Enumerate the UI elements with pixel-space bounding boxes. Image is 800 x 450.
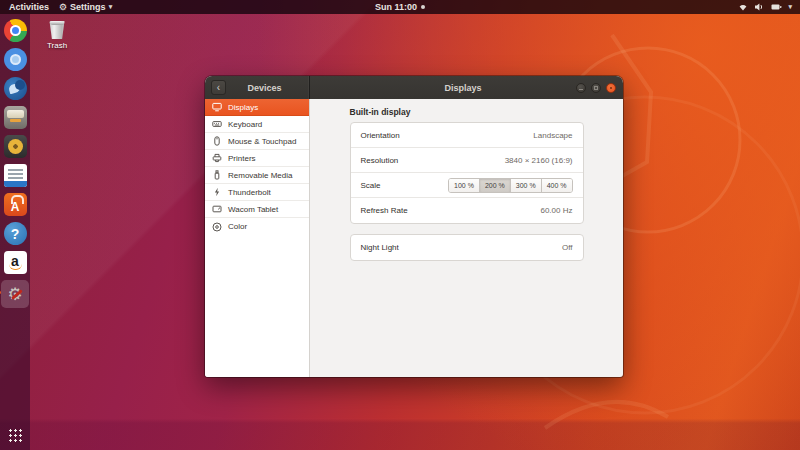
scale-100-button[interactable]: 100 % [449,179,479,192]
sidebar-item-thunderbolt[interactable]: Thunderbolt [205,184,309,201]
trash-desktop-icon[interactable]: Trash [41,21,73,50]
titlebar-devices-section: ‹ Devices [205,76,310,99]
dock-item-chromium[interactable] [4,48,27,71]
color-icon [212,222,222,232]
dock-item-files[interactable] [4,106,27,129]
amazon-icon: a [4,251,27,274]
displays-panel: Built-in display Orientation Landscape R… [310,99,623,377]
running-indicator-dot [0,291,1,294]
scale-button-group: 100 % 200 % 300 % 400 % [448,178,572,193]
settings-sidebar: Displays Keyboard Mouse & Touchpad [205,99,310,377]
orientation-value: Landscape [533,131,572,140]
settings-gear-icon: ⚙ [4,283,27,306]
sidebar-item-label: Removable Media [228,171,292,180]
refresh-rate-value: 60.00 Hz [540,206,572,215]
trash-label: Trash [41,41,73,50]
dock-item-help[interactable]: ? [4,222,27,245]
scale-label: Scale [361,181,381,190]
orientation-row[interactable]: Orientation Landscape [351,123,583,148]
night-light-card: Night Light Off [350,234,584,261]
sidebar-item-label: Printers [228,154,256,163]
display-settings-card: Orientation Landscape Resolution 3840 × … [350,122,584,224]
top-bar: Activities ⚙ Settings ▾ Sun 11:00 ▾ [0,0,800,14]
keyboard-icon [212,119,222,129]
devices-title: Devices [234,83,309,93]
sidebar-item-label: Keyboard [228,120,262,129]
dock-item-chrome[interactable] [4,19,27,42]
sidebar-item-color[interactable]: Color [205,218,309,235]
sidebar-item-mouse-touchpad[interactable]: Mouse & Touchpad [205,133,309,150]
sidebar-item-label: Wacom Tablet [228,205,278,214]
scale-300-button[interactable]: 300 % [510,179,541,192]
thunderbolt-icon [212,187,222,197]
scale-row: Scale 100 % 200 % 300 % 400 % [351,173,583,198]
dock-item-amazon[interactable]: a [4,251,27,274]
mouse-icon [212,136,222,146]
night-light-row[interactable]: Night Light Off [351,235,583,260]
sidebar-item-label: Displays [228,103,258,112]
section-title: Built-in display [350,107,584,117]
dock-item-libreoffice-writer[interactable] [4,164,27,187]
software-bag-icon: A [4,193,27,216]
close-button[interactable] [606,83,616,93]
scale-200-button[interactable]: 200 % [479,179,510,192]
resolution-row[interactable]: Resolution 3840 × 2160 (16:9) [351,148,583,173]
tablet-icon [212,204,222,214]
window-title: Displays [310,83,576,93]
dock-item-settings[interactable]: ⚙ [1,280,29,308]
resolution-value: 3840 × 2160 (16:9) [505,156,573,165]
sidebar-item-label: Color [228,222,247,231]
usb-icon [212,170,222,180]
clock[interactable]: Sun 11:00 [375,2,417,12]
sidebar-item-keyboard[interactable]: Keyboard [205,116,309,133]
settings-window: ‹ Devices Displays Displays [205,76,623,377]
sidebar-item-label: Thunderbolt [228,188,271,197]
night-light-label: Night Light [361,243,399,252]
dock-item-ubuntu-software[interactable]: A [4,193,27,216]
back-button[interactable]: ‹ [211,80,226,95]
dock-item-rhythmbox[interactable] [4,135,27,158]
printer-icon [212,153,222,163]
minimize-button[interactable] [576,83,586,93]
sidebar-item-displays[interactable]: Displays [205,99,309,116]
maximize-button[interactable] [591,83,601,93]
notification-dot-icon [421,5,425,9]
sidebar-item-printers[interactable]: Printers [205,150,309,167]
show-applications-button[interactable] [8,428,22,442]
display-icon [212,102,222,112]
sidebar-item-removable-media[interactable]: Removable Media [205,167,309,184]
titlebar[interactable]: ‹ Devices Displays [205,76,623,99]
dock-item-thunderbird[interactable] [4,77,27,100]
night-light-value: Off [562,243,573,252]
dock: A ? a ⚙ [0,14,30,450]
refresh-rate-row[interactable]: Refresh Rate 60.00 Hz [351,198,583,223]
titlebar-main-section: Displays [310,76,623,99]
orientation-label: Orientation [361,131,400,140]
sidebar-item-wacom-tablet[interactable]: Wacom Tablet [205,201,309,218]
sidebar-item-label: Mouse & Touchpad [228,137,296,146]
refresh-rate-label: Refresh Rate [361,206,408,215]
help-icon: ? [4,222,27,245]
scale-400-button[interactable]: 400 % [541,179,572,192]
resolution-label: Resolution [361,156,399,165]
trash-icon [49,21,66,39]
